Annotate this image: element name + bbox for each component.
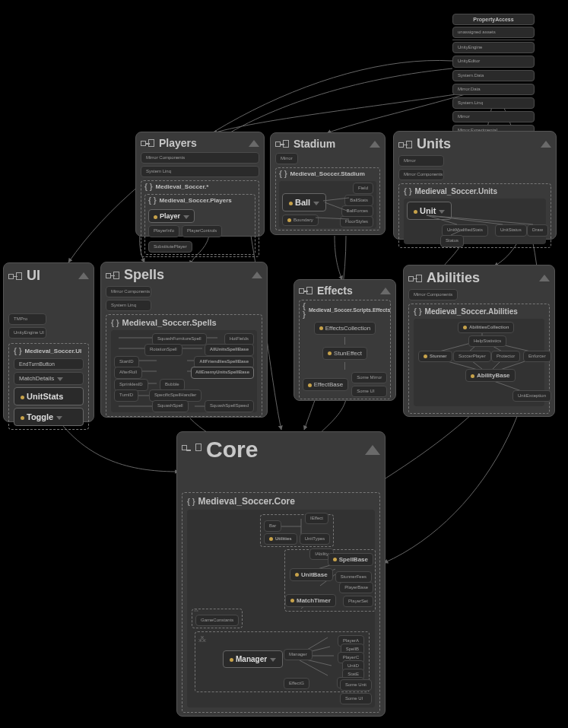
chip: Some Mirror bbox=[351, 372, 387, 383]
chip[interactable]: HelpStatistics bbox=[468, 335, 506, 347]
chip[interactable]: SpecificSpellHandler bbox=[149, 389, 201, 401]
chip[interactable]: AfterRoll bbox=[114, 367, 142, 378]
chip[interactable]: PlayerControls bbox=[182, 225, 222, 237]
ui-button[interactable]: UnitStats bbox=[14, 387, 84, 405]
namespace-outer: { }Medieval_Soccer.* { }Medieval_Soccer.… bbox=[141, 180, 259, 256]
chip: Some UI bbox=[351, 386, 387, 397]
chip[interactable]: UnitBase bbox=[290, 568, 333, 581]
module-icon bbox=[408, 274, 422, 283]
module-icon bbox=[141, 138, 154, 148]
module-effects[interactable]: Effects { }Medieval_Soccer.Scripts.Effec… bbox=[294, 279, 396, 401]
module-stadium[interactable]: Stadium Mirror { }Medieval_Soccer.Stadiu… bbox=[270, 132, 386, 235]
chip: Mirror Components bbox=[106, 286, 151, 297]
chip[interactable]: StunEffect bbox=[322, 347, 367, 360]
primary-class[interactable]: Player bbox=[148, 209, 195, 223]
chip[interactable]: PlayerBase bbox=[339, 582, 373, 593]
chip[interactable]: AbilityBase bbox=[465, 369, 516, 382]
chip[interactable]: HotFields bbox=[224, 333, 254, 345]
module-title: Core bbox=[206, 437, 360, 463]
namespace: { }Medieval_Soccer.Core Bar Utilities Un… bbox=[182, 492, 380, 713]
namespace: { }Medieval_Soccer.Spells SquashFurnitur… bbox=[106, 314, 262, 417]
module-spells[interactable]: Spells Mirror Components System Linq { }… bbox=[100, 262, 268, 418]
chip[interactable]: SpellBase bbox=[328, 553, 373, 566]
chevron-up-icon[interactable] bbox=[541, 141, 551, 148]
module-title: Units bbox=[417, 136, 536, 152]
module-players[interactable]: Players Mirror Components System Linq { … bbox=[135, 132, 265, 237]
module-icon bbox=[398, 140, 412, 149]
chip[interactable]: Protector bbox=[491, 351, 520, 362]
namespace: { }Medieval_Soccer.Units Unit UnitModifi… bbox=[398, 183, 551, 248]
chevron-up-icon[interactable] bbox=[380, 288, 391, 294]
root-item: System.Data bbox=[452, 70, 535, 81]
chip[interactable]: SquashSpellSpeed bbox=[205, 400, 254, 412]
manager-class[interactable]: Manager bbox=[223, 650, 283, 668]
chip[interactable]: Manager bbox=[284, 649, 313, 660]
chip[interactable]: EffectG bbox=[284, 678, 309, 689]
module-title: UI bbox=[27, 268, 74, 284]
chip[interactable]: MatchTimer bbox=[285, 594, 336, 607]
module-title: Stadium bbox=[294, 138, 365, 150]
chip[interactable]: TurnID bbox=[114, 389, 138, 401]
chip: Mirror Components bbox=[141, 152, 259, 164]
namespace: { }Medieval_Soccer.Abilities AbilitiesCo… bbox=[408, 304, 550, 414]
chip[interactable]: EffectsCollection bbox=[314, 322, 376, 335]
chip[interactable]: Stunner bbox=[418, 351, 452, 362]
chip: Some UI bbox=[340, 693, 372, 704]
chip[interactable]: RotationSpell bbox=[144, 344, 182, 355]
chip[interactable]: SubstitutePlayer bbox=[148, 241, 192, 253]
chevron-up-icon[interactable] bbox=[539, 275, 550, 281]
ui-button[interactable]: MatchDetails bbox=[14, 372, 84, 385]
chip: Mirror Components bbox=[398, 169, 444, 180]
chip[interactable]: Bar bbox=[264, 520, 281, 532]
module-units[interactable]: Units Mirror Mirror Components { }Mediev… bbox=[393, 131, 557, 240]
chip[interactable]: SprinklesID bbox=[114, 379, 148, 390]
namespace: { }Medieval_Soccer.UI EndTurnButton Matc… bbox=[8, 343, 89, 430]
root-item: unassigned assets bbox=[452, 27, 535, 38]
module-icon bbox=[8, 272, 22, 281]
chip[interactable]: SoccerPlayer bbox=[453, 351, 491, 362]
chevron-up-icon[interactable] bbox=[252, 272, 262, 278]
chip: Mirror bbox=[275, 153, 298, 164]
module-ui[interactable]: UI TMPro UnityEngine UI { }Medieval_Socc… bbox=[3, 262, 94, 422]
chip[interactable]: PlayerInfo bbox=[148, 225, 179, 237]
module-icon bbox=[299, 286, 313, 295]
chip[interactable]: StunnerFees bbox=[335, 571, 372, 583]
root-block: PropertyAccess unassigned assets UnityEn… bbox=[452, 14, 535, 137]
chip[interactable]: PlayerSet bbox=[343, 596, 373, 607]
chip[interactable]: SquashSpell bbox=[152, 400, 189, 412]
ui-button[interactable]: EndTurnButton bbox=[14, 358, 84, 370]
chip[interactable]: UnitException bbox=[512, 390, 551, 402]
module-title: Effects bbox=[317, 285, 376, 297]
module-abilities[interactable]: Abilities Mirror Components { }Medieval_… bbox=[403, 265, 555, 417]
chip[interactable]: StartID bbox=[114, 356, 139, 367]
module-icon bbox=[182, 443, 201, 456]
chip[interactable]: Bubble bbox=[160, 379, 185, 390]
chip[interactable]: AllFriendliesSpellBase bbox=[194, 356, 254, 367]
module-title: Players bbox=[159, 137, 244, 149]
chip[interactable]: IEffect bbox=[305, 513, 328, 524]
chip: Mirror bbox=[398, 155, 444, 167]
chip[interactable]: AbilitiesCollection bbox=[458, 322, 514, 333]
chip: Mirror Components bbox=[408, 289, 458, 300]
chip: UnityEngine UI bbox=[8, 327, 46, 339]
chevron-up-icon[interactable] bbox=[249, 140, 259, 147]
module-icon bbox=[275, 139, 289, 148]
root-item: Mirror.Data bbox=[452, 84, 535, 95]
chip: TMPro bbox=[8, 313, 46, 325]
chevron-up-icon[interactable] bbox=[365, 445, 380, 455]
module-core[interactable]: Core { }Medieval_Soccer.Core Bar Utiliti… bbox=[176, 431, 386, 717]
chip[interactable]: SquashFurnitureSpell bbox=[152, 333, 207, 345]
chip[interactable]: AllUnitsSpellBase bbox=[205, 344, 254, 355]
chip[interactable]: Enforcer bbox=[523, 351, 551, 362]
ui-button[interactable]: Toggle bbox=[14, 408, 84, 426]
chip[interactable]: GameConstants bbox=[195, 615, 239, 626]
root-item: System.Linq bbox=[452, 97, 535, 109]
chip[interactable]: UnitTypes bbox=[300, 533, 331, 545]
chip[interactable]: AllEnemyUnitsSpellBase bbox=[191, 367, 254, 378]
chip[interactable]: EffectBase bbox=[303, 378, 349, 391]
root-item: UnityEditor bbox=[452, 56, 535, 67]
chip: Some Unit bbox=[340, 679, 372, 691]
chevron-up-icon[interactable] bbox=[370, 141, 380, 148]
chip[interactable]: Utilities bbox=[264, 533, 297, 545]
chevron-up-icon[interactable] bbox=[78, 272, 89, 279]
